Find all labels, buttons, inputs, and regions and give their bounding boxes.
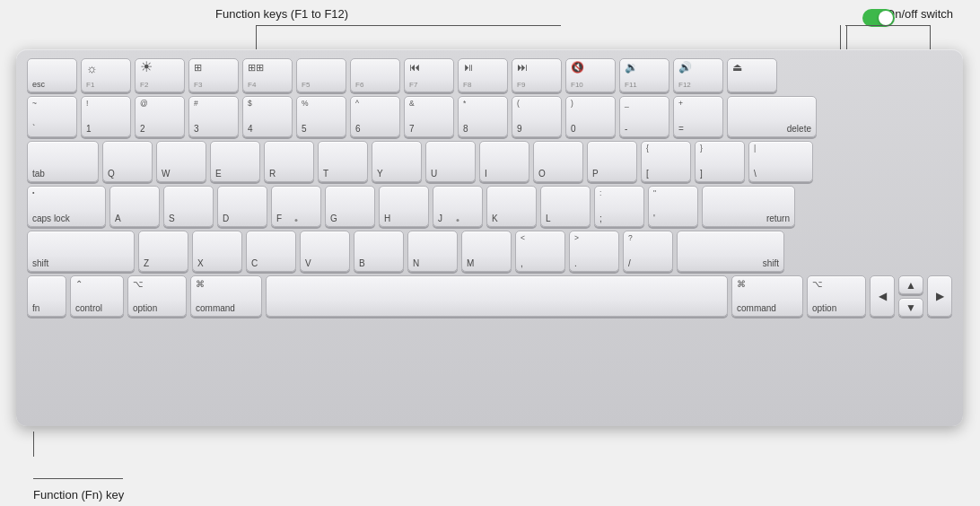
key-j[interactable]: J [433,186,483,227]
key-0[interactable]: ) 0 [565,96,616,137]
key-u[interactable]: U [425,141,476,182]
key-f11[interactable]: 🔉 F11 [619,58,669,92]
arrow-cluster: ◀ ▲ ▼ ▶ [870,275,952,317]
key-a[interactable]: A [109,186,160,227]
key-arrow-left[interactable]: ◀ [870,275,895,317]
function-keys-line-right [840,25,841,50]
key-caps-lock[interactable]: • caps lock [27,186,106,227]
key-space[interactable] [266,275,728,317]
key-f1[interactable]: ☼ F1 [81,58,131,92]
key-period[interactable]: > . [569,231,619,272]
key-esc[interactable]: esc [27,58,77,92]
key-f5[interactable]: F5 [296,58,346,92]
key-f12[interactable]: 🔊 F12 [673,58,723,92]
key-f8[interactable]: ⏯ F8 [458,58,508,92]
qwerty-row: tab Q W E R T Y U I O P { [ } ] | \ [27,141,952,182]
zxcv-row: shift Z X C V B N M < , > . ? / shift [27,231,952,272]
key-shift-right[interactable]: shift [677,231,784,272]
key-m[interactable]: M [461,231,512,272]
key-backslash[interactable]: | \ [748,141,813,182]
key-semicolon[interactable]: : ; [594,186,644,227]
key-4[interactable]: $ 4 [242,96,293,137]
key-f4[interactable]: ⊞⊞ F4 [242,58,293,92]
key-eject[interactable]: ⏏ [727,58,777,92]
key-1[interactable]: ! 1 [81,96,131,137]
key-comma[interactable]: < , [515,231,565,272]
key-rbracket[interactable]: } ] [695,141,745,182]
key-d[interactable]: D [217,186,267,227]
fn-line-top [33,432,34,457]
key-slash[interactable]: ? / [623,231,673,272]
key-6[interactable]: ^ 6 [350,96,400,137]
key-y[interactable]: Y [372,141,422,182]
key-arrow-right[interactable]: ▶ [927,275,952,317]
key-8[interactable]: * 8 [458,96,508,137]
key-e[interactable]: E [210,141,260,182]
key-lbracket[interactable]: { [ [641,141,691,182]
function-keys-label: Function keys (F1 to F12) [215,7,348,21]
key-f10[interactable]: 🔇 F10 [565,58,616,92]
keyboard: esc ☼ F1 ☀ F2 ⊞ F3 ⊞⊞ F4 F5 F6 ⏮ F7 ⏯ [16,49,963,426]
key-f9[interactable]: ⏭ F9 [512,58,562,92]
key-f[interactable]: F [271,186,321,227]
key-equals[interactable]: + = [673,96,723,137]
key-minus[interactable]: _ - [619,96,669,137]
key-2[interactable]: @ 2 [135,96,185,137]
key-n[interactable]: N [407,231,458,272]
key-i[interactable]: I [479,141,529,182]
key-r[interactable]: R [264,141,314,182]
toggle-knob [879,11,893,25]
key-o[interactable]: O [533,141,583,182]
key-p[interactable]: P [587,141,637,182]
function-keys-line-left [256,25,257,50]
key-x[interactable]: X [192,231,242,272]
key-t[interactable]: T [318,141,368,182]
key-l[interactable]: L [540,186,591,227]
key-7[interactable]: & 7 [404,96,454,137]
key-control[interactable]: ⌃ control [70,275,124,317]
onoff-toggle[interactable] [862,9,895,27]
key-option-left[interactable]: ⌥ option [127,275,187,317]
key-9[interactable]: ( 9 [512,96,562,137]
key-g[interactable]: G [325,186,375,227]
key-tab[interactable]: tab [27,141,99,182]
fn-key-row: esc ☼ F1 ☀ F2 ⊞ F3 ⊞⊞ F4 F5 F6 ⏮ F7 ⏯ [27,58,952,92]
key-s[interactable]: S [163,186,214,227]
onoff-line-right [930,25,931,50]
number-row: ~ ` ! 1 @ 2 # 3 $ 4 % 5 ^ 6 & 7 [27,96,952,137]
key-w[interactable]: W [156,141,206,182]
key-delete[interactable]: delete [727,96,817,137]
key-h[interactable]: H [379,186,429,227]
up-down-arrows: ▲ ▼ [898,275,923,317]
key-shift-left[interactable]: shift [27,231,135,272]
key-f6[interactable]: F6 [350,58,400,92]
key-f3[interactable]: ⊞ F3 [188,58,239,92]
function-keys-line-top [256,25,561,26]
key-5[interactable]: % 5 [296,96,346,137]
key-b[interactable]: B [354,231,404,272]
key-c[interactable]: C [246,231,296,272]
key-return[interactable]: return [702,186,795,227]
key-f2[interactable]: ☀ F2 [135,58,185,92]
key-tilde[interactable]: ~ ` [27,96,77,137]
key-arrow-down[interactable]: ▼ [898,298,923,317]
key-option-right[interactable]: ⌥ option [807,275,866,317]
fn-key-label: Function (Fn) key [33,486,124,502]
key-z[interactable]: Z [138,231,188,272]
bottom-row: fn ⌃ control ⌥ option ⌘ command ⌘ comman… [27,275,952,317]
onoff-line-top [845,25,931,26]
key-v[interactable]: V [300,231,350,272]
asdf-row: • caps lock A S D F G H J K L : ; " ' re… [27,186,952,227]
key-3[interactable]: # 3 [188,96,239,137]
key-fn[interactable]: fn [27,275,66,317]
key-quote[interactable]: " ' [648,186,698,227]
key-f7[interactable]: ⏮ F7 [404,58,454,92]
key-command-left[interactable]: ⌘ command [190,275,262,317]
onoff-line-left [846,25,847,50]
key-arrow-up[interactable]: ▲ [898,275,923,294]
key-q[interactable]: Q [102,141,153,182]
key-k[interactable]: K [486,186,537,227]
onoff-label: On/off switch [886,7,953,21]
fn-line-bottom [33,478,123,479]
key-command-right[interactable]: ⌘ command [731,275,803,317]
